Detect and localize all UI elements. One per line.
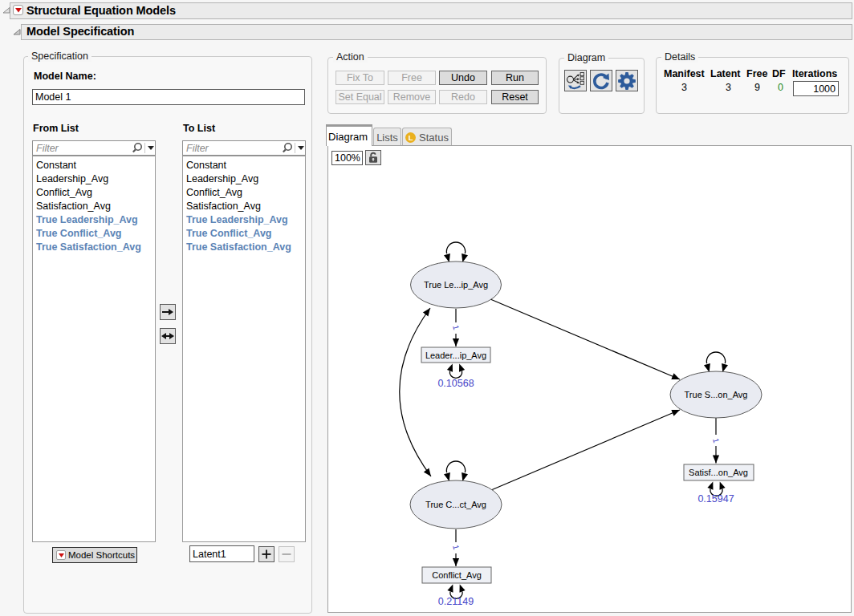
svg-text:Leader...ip_Avg: Leader...ip_Avg: [425, 351, 486, 360]
svg-text:True Le...ip_Avg: True Le...ip_Avg: [424, 280, 488, 290]
svg-text:Satisf...on_Avg: Satisf...on_Avg: [689, 468, 748, 477]
svg-text:True S...on_Avg: True S...on_Avg: [685, 390, 748, 399]
svg-text:Conflict_Avg: Conflict_Avg: [432, 570, 482, 580]
svg-text:1: 1: [451, 544, 461, 551]
svg-text:0.21149: 0.21149: [438, 596, 474, 607]
svg-text:True C...ct_Avg: True C...ct_Avg: [425, 500, 486, 509]
svg-text:0.15947: 0.15947: [697, 493, 734, 505]
svg-text:1: 1: [711, 437, 721, 444]
svg-text:1: 1: [451, 324, 461, 331]
svg-text:0.10568: 0.10568: [437, 378, 474, 389]
